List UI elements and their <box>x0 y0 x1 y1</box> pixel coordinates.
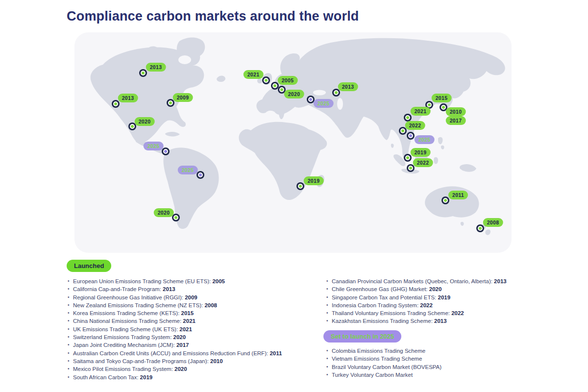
bullet-icon: • <box>68 294 73 301</box>
bullet-icon: • <box>326 347 332 355</box>
market-year: 2015 <box>181 310 194 316</box>
market-label: Korea Emissions Trading Scheme (KETS): 2… <box>73 309 194 317</box>
bullet-icon: • <box>68 373 73 381</box>
market-year: 2009 <box>185 294 197 300</box>
map-marker-layer: 2013201320092020202520252020202120052020… <box>74 32 512 253</box>
market-label: New Zealand Emissions Trading Scheme (NZ… <box>73 301 217 309</box>
market-item: •Vietnam Emissions Trading Scheme <box>326 355 537 363</box>
bullet-icon: • <box>326 277 332 285</box>
market-label: Australian Carbon Credit Units (ACCU) an… <box>73 349 282 357</box>
map-year-badge: 2005 <box>278 76 298 85</box>
market-item: •China National Emissions Trading Scheme… <box>68 317 318 325</box>
market-year: 2022 <box>451 310 464 316</box>
bullet-icon: • <box>326 371 332 379</box>
map-location-dot <box>296 182 304 190</box>
market-year: 2021 <box>183 318 196 324</box>
carbon-markets-infographic: Compliance carbon markets around the wor… <box>0 0 588 392</box>
map-year-badge: 2013 <box>146 63 166 72</box>
market-label: European Union Emissions Trading Scheme … <box>73 277 225 285</box>
market-label: Thailand Voluntary Emissions Trading Sch… <box>332 309 464 317</box>
bullet-icon: • <box>326 285 332 293</box>
market-year: 2008 <box>204 302 217 308</box>
map-year-badge: 2020 <box>135 117 155 126</box>
market-label: California Cap-and-Trade Program: 2013 <box>73 285 175 293</box>
market-item: •Korea Emissions Trading Scheme (KETS): … <box>68 309 318 317</box>
market-label: China National Emissions Trading Scheme:… <box>73 317 196 325</box>
launched-list-right: •Canadian Provincial Carbon Markets (Que… <box>326 277 537 325</box>
market-item: •Switzerland Emissions Trading System: 2… <box>68 333 318 341</box>
map-location-dot <box>441 196 449 204</box>
bullet-icon: • <box>68 365 73 373</box>
market-item: •Thailand Voluntary Emissions Trading Sc… <box>326 309 537 317</box>
bullet-icon: • <box>326 301 332 309</box>
map-year-badge: 2019 <box>411 148 431 157</box>
market-label: Turkey Voluntary Carbon Market <box>332 371 413 379</box>
map-year-badge: 2020 <box>154 208 174 217</box>
market-item: •Turkey Voluntary Carbon Market <box>326 371 537 379</box>
map-year-badge: 2015 <box>432 94 452 102</box>
market-label: South African Carbon Tax: 2019 <box>73 373 152 381</box>
market-year: 2021 <box>179 326 192 332</box>
map-location-dot <box>407 132 415 140</box>
market-item: •Indonesia Carbon Trading System: 2022 <box>326 301 537 309</box>
map-location-dot <box>404 154 412 162</box>
bullet-icon: • <box>68 285 73 293</box>
market-label: Colombia Emissions Trading Scheme <box>332 347 425 355</box>
bullet-icon: • <box>68 333 73 341</box>
market-item: •South African Carbon Tax: 2019 <box>68 373 318 381</box>
market-year: 2019 <box>140 374 153 380</box>
launched-list-left: •European Union Emissions Trading Scheme… <box>68 277 318 381</box>
map-year-badge: 2025 <box>415 135 435 144</box>
map-location-dot <box>112 100 120 108</box>
bullet-icon: • <box>68 341 73 349</box>
bullet-icon: • <box>326 309 332 317</box>
bullet-icon: • <box>68 349 73 357</box>
market-item: •European Union Emissions Trading Scheme… <box>68 277 318 285</box>
market-label: UK Emissions Trading Scheme (UK ETS): 20… <box>73 325 192 333</box>
market-label: Regional Greenhouse Gas Initiative (RGGI… <box>73 294 197 301</box>
map-year-badge: 2022 <box>405 121 425 130</box>
market-item: •Kazakhstan Emissions Trading Scheme: 20… <box>326 317 537 325</box>
bullet-icon: • <box>326 294 332 301</box>
map-location-dot <box>162 147 170 155</box>
world-map-card: 2013201320092020202520252020202120052020… <box>74 32 512 253</box>
map-year-badge: 2008 <box>483 218 503 227</box>
market-year: 2011 <box>270 350 282 356</box>
map-location-dot <box>262 76 270 84</box>
map-year-badge: 2011 <box>448 191 468 199</box>
bullet-icon: • <box>68 317 73 325</box>
map-year-badge: 2025 <box>314 99 334 108</box>
market-label: Japan Joint Crediting Mechanism (JCM): 2… <box>73 341 189 349</box>
bullet-icon: • <box>326 355 332 363</box>
market-item: •California Cap-and-Trade Program: 2013 <box>68 285 318 293</box>
map-location-dot <box>139 69 147 77</box>
map-location-dot <box>476 224 484 232</box>
set-to-launch-pill: Set to launch in 2025 <box>323 330 401 343</box>
map-location-dot <box>404 114 412 122</box>
market-label: Singapore Carbon Tax and Potential ETS: … <box>332 294 450 301</box>
launched-pill: Launched <box>67 260 111 272</box>
market-year: 2022 <box>420 302 433 308</box>
market-year: 2017 <box>176 342 189 348</box>
market-item: •Australian Carbon Credit Units (ACCU) a… <box>68 349 318 357</box>
market-item: •Chile Greenhouse Gas (GHG) Market: 2020 <box>326 285 537 293</box>
map-year-badge: 2019 <box>304 176 324 185</box>
bullet-icon: • <box>326 363 332 371</box>
map-year-badge: 2022 <box>413 158 433 167</box>
map-year-badge: 2017 <box>446 116 466 125</box>
bullet-icon: • <box>68 357 73 365</box>
market-year: 2020 <box>174 366 187 372</box>
market-item: •Japan Joint Crediting Mechanism (JCM): … <box>68 341 318 349</box>
map-year-badge: 2013 <box>338 82 358 91</box>
market-year: 2013 <box>494 278 507 284</box>
market-item: •Regional Greenhouse Gas Initiative (RGG… <box>68 294 318 301</box>
market-year: 2020 <box>429 286 442 292</box>
bullet-icon: • <box>68 301 73 309</box>
market-year: 2005 <box>212 278 225 284</box>
market-item: •Canadian Provincial Carbon Markets (Que… <box>326 277 537 285</box>
market-label: Switzerland Emissions Trading System: 20… <box>73 333 186 341</box>
market-year: 2010 <box>210 358 223 364</box>
market-year: 2019 <box>438 294 451 300</box>
map-year-badge: 2013 <box>118 94 138 102</box>
map-year-badge: 2021 <box>244 70 264 79</box>
